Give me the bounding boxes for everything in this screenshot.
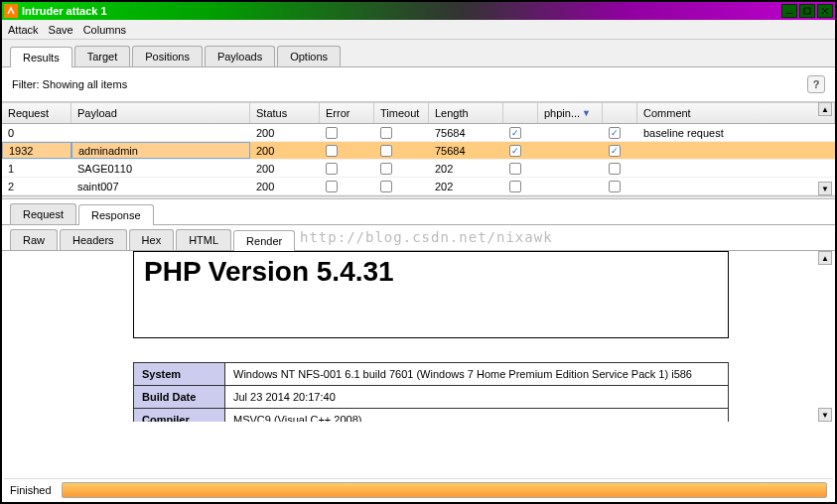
- progress-bar: [62, 482, 827, 498]
- error-checkbox[interactable]: [326, 163, 338, 175]
- timeout-checkbox[interactable]: [380, 127, 392, 139]
- scroll-down-icon[interactable]: ▼: [818, 408, 832, 422]
- help-button[interactable]: ?: [807, 75, 825, 93]
- status-bar: Finished: [4, 478, 833, 500]
- title-bar: Intruder attack 1: [2, 2, 835, 20]
- phpinfo-table: SystemWindows NT NFS-001 6.1 build 7601 …: [133, 362, 729, 422]
- tab-html[interactable]: HTML: [176, 229, 231, 250]
- phpin-checkbox[interactable]: [609, 145, 621, 157]
- status-label: Finished: [10, 484, 52, 496]
- phpin-checkbox[interactable]: [609, 163, 621, 175]
- col-timeout[interactable]: Timeout: [374, 103, 429, 123]
- phpin-checkbox[interactable]: [609, 127, 621, 139]
- view-tabs: Raw Headers Hex HTML Render http://blog.…: [2, 225, 835, 251]
- phpin-checkbox[interactable]: [609, 181, 621, 192]
- table-body: 020075684baseline request1932adminadmin2…: [2, 124, 835, 195]
- phpinfo-row: CompilerMSVC9 (Visual C++ 2008): [134, 409, 729, 423]
- col-error[interactable]: Error: [320, 103, 374, 123]
- phpinfo-row: SystemWindows NT NFS-001 6.1 build 7601 …: [134, 363, 729, 386]
- timeout-checkbox[interactable]: [380, 181, 392, 192]
- col-phpin[interactable]: phpin...▼: [538, 103, 603, 123]
- filter-label: Filter: Showing all items: [12, 78, 127, 90]
- render-pane[interactable]: PHP Version 5.4.31 SystemWindows NT NFS-…: [2, 251, 835, 422]
- window-title: Intruder attack 1: [22, 5, 107, 17]
- col-comment[interactable]: Comment: [637, 103, 835, 123]
- col-status[interactable]: Status: [250, 103, 320, 123]
- php-version-title: PHP Version 5.4.31: [144, 256, 718, 288]
- svg-rect-1: [804, 8, 810, 14]
- scroll-down-icon[interactable]: ▼: [818, 182, 832, 195]
- filter-bar[interactable]: Filter: Showing all items ?: [2, 67, 835, 102]
- minimize-button[interactable]: [781, 4, 797, 18]
- tab-request[interactable]: Request: [10, 203, 76, 224]
- error-checkbox[interactable]: [326, 145, 338, 157]
- tab-headers[interactable]: Headers: [60, 229, 127, 250]
- svg-rect-0: [786, 13, 792, 14]
- tab-target[interactable]: Target: [74, 46, 131, 66]
- scroll-up-icon[interactable]: ▲: [818, 102, 832, 116]
- results-table: Request Payload Status Error Timeout Len…: [2, 102, 835, 195]
- error-checkbox[interactable]: [326, 127, 338, 139]
- tab-raw[interactable]: Raw: [10, 229, 58, 250]
- tab-positions[interactable]: Positions: [132, 46, 203, 66]
- timeout-checkbox[interactable]: [380, 163, 392, 175]
- table-row[interactable]: 1932adminadmin20075684: [2, 142, 835, 160]
- menu-columns[interactable]: Columns: [83, 24, 126, 36]
- main-tabs: Results Target Positions Payloads Option…: [2, 40, 835, 67]
- tab-hex[interactable]: Hex: [129, 229, 175, 250]
- table-row[interactable]: 2saint007200202: [2, 178, 835, 195]
- match-checkbox[interactable]: [509, 145, 521, 157]
- match-checkbox[interactable]: [509, 163, 521, 175]
- tab-results[interactable]: Results: [10, 47, 72, 67]
- menu-bar: Attack Save Columns: [2, 20, 835, 40]
- match-checkbox[interactable]: [509, 181, 521, 192]
- phpinfo-header: PHP Version 5.4.31: [133, 251, 729, 338]
- table-scrollbar[interactable]: ▲ ▼: [817, 102, 833, 195]
- timeout-checkbox[interactable]: [380, 145, 392, 157]
- menu-attack[interactable]: Attack: [8, 24, 39, 36]
- table-header: Request Payload Status Error Timeout Len…: [2, 102, 835, 124]
- tab-options[interactable]: Options: [277, 46, 341, 66]
- menu-save[interactable]: Save: [49, 24, 73, 36]
- table-row[interactable]: 1SAGE0110200202: [2, 160, 835, 178]
- render-scrollbar[interactable]: ▲ ▼: [817, 251, 833, 422]
- scroll-up-icon[interactable]: ▲: [818, 251, 832, 265]
- app-icon: [4, 4, 18, 18]
- tab-render[interactable]: Render: [233, 230, 295, 251]
- col-blank2[interactable]: [603, 103, 637, 123]
- phpinfo-row: Build DateJul 23 2014 20:17:40: [134, 386, 729, 409]
- col-payload[interactable]: Payload: [71, 103, 250, 123]
- match-checkbox[interactable]: [509, 127, 521, 139]
- error-checkbox[interactable]: [326, 181, 338, 192]
- col-request[interactable]: Request: [2, 103, 71, 123]
- maximize-button[interactable]: [799, 4, 815, 18]
- close-button[interactable]: [817, 4, 833, 18]
- window-buttons: [781, 4, 833, 18]
- col-blank1[interactable]: [503, 103, 538, 123]
- col-length[interactable]: Length: [429, 103, 503, 123]
- watermark-text: http://blog.csdn.net/nixawk: [300, 229, 553, 245]
- request-response-tabs: Request Response: [2, 199, 835, 225]
- tab-payloads[interactable]: Payloads: [205, 46, 275, 66]
- table-row[interactable]: 020075684baseline request: [2, 124, 835, 142]
- tab-response[interactable]: Response: [78, 204, 154, 225]
